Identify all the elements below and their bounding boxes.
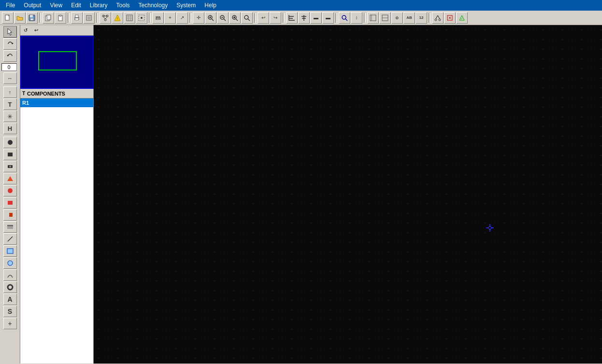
- net-tool[interactable]: ✳: [3, 111, 17, 122]
- svg-rect-52: [370, 15, 376, 21]
- svg-point-73: [8, 188, 13, 193]
- svg-rect-11: [75, 18, 78, 20]
- zoom-out-btn[interactable]: [217, 12, 229, 24]
- crosshair-btn[interactable]: +: [164, 12, 176, 24]
- symbol-tool[interactable]: S: [3, 306, 17, 317]
- svg-text:✓: ✓: [460, 17, 463, 20]
- circle-outline-tool[interactable]: [3, 257, 17, 269]
- svg-line-34: [224, 19, 226, 21]
- menu-library[interactable]: Library: [86, 1, 112, 10]
- menu-file[interactable]: File: [2, 1, 19, 10]
- svg-rect-77: [7, 226, 13, 227]
- origin-tool[interactable]: +: [3, 318, 17, 329]
- select-tool[interactable]: [3, 26, 17, 38]
- line-tool[interactable]: [3, 233, 17, 245]
- zoom-fit-btn[interactable]: [229, 12, 241, 24]
- menu-tools[interactable]: Tools: [113, 1, 134, 10]
- cut-btn[interactable]: [432, 12, 444, 24]
- open-button[interactable]: [14, 12, 26, 24]
- select-arrow-btn[interactable]: ↗: [176, 12, 188, 24]
- components-panel: T COMPONENTS R1: [20, 89, 93, 364]
- menu-output[interactable]: Output: [20, 1, 45, 10]
- partial-rect-tool[interactable]: [3, 209, 17, 221]
- canvas-area[interactable]: [94, 25, 602, 364]
- align-left-btn[interactable]: [286, 12, 298, 24]
- zoom-area-btn[interactable]: [339, 12, 350, 24]
- rotate-tool[interactable]: [3, 38, 17, 50]
- spec2-btn[interactable]: ✓: [456, 12, 468, 24]
- rotation-input[interactable]: 0: [1, 63, 17, 71]
- menu-help[interactable]: Help: [201, 1, 220, 10]
- svg-rect-3: [30, 15, 33, 17]
- component-item-r1[interactable]: R1: [20, 98, 93, 107]
- undo-btn[interactable]: ↩: [258, 12, 269, 24]
- svg-rect-22: [127, 15, 132, 21]
- toolbar-sep-10: [429, 13, 430, 23]
- rect-red-tool[interactable]: [3, 197, 17, 209]
- zoom-in-btn[interactable]: [205, 12, 216, 24]
- undo-tool[interactable]: [3, 50, 17, 62]
- align-bottom-btn[interactable]: ▬: [322, 12, 334, 24]
- zoom-prev-btn[interactable]: [241, 12, 253, 24]
- components-tab[interactable]: T: [22, 91, 25, 96]
- svg-rect-4: [30, 18, 33, 20]
- preview-undo-btn[interactable]: ↩: [31, 26, 42, 35]
- rotation-input-container: 0: [1, 62, 19, 72]
- component-tool[interactable]: [3, 161, 17, 172]
- step-up-tool[interactable]: ↑: [3, 86, 17, 98]
- bus-tool[interactable]: H: [3, 123, 17, 134]
- grid-btn[interactable]: [124, 12, 135, 24]
- svg-rect-80: [7, 249, 13, 253]
- preview-rotate-btn[interactable]: ↺: [20, 26, 31, 35]
- svg-rect-75: [9, 213, 13, 217]
- align-center-btn[interactable]: [298, 12, 310, 24]
- copy-btn[interactable]: [43, 12, 54, 24]
- align-top-btn[interactable]: ▬: [310, 12, 322, 24]
- pan2-btn[interactable]: ↕: [351, 12, 362, 24]
- save-button[interactable]: [26, 12, 38, 24]
- paste-btn[interactable]: [55, 12, 66, 24]
- lib-ab-btn[interactable]: AB: [403, 12, 415, 24]
- circle-red-tool[interactable]: [3, 185, 17, 196]
- drc-btn[interactable]: !: [112, 12, 123, 24]
- tool-sep-1: [3, 84, 17, 86]
- components-title: COMPONENTS: [27, 91, 65, 97]
- lib-open-btn[interactable]: [367, 12, 379, 24]
- netlist-btn[interactable]: [100, 12, 111, 24]
- svg-point-41: [244, 15, 248, 19]
- label-tool[interactable]: A: [3, 294, 17, 305]
- rect-outline-tool[interactable]: [3, 245, 17, 257]
- snap-btn[interactable]: [136, 12, 147, 24]
- preview-component-rect: [38, 51, 77, 70]
- donut-tool[interactable]: [3, 281, 17, 293]
- svg-rect-44: [289, 18, 293, 19]
- menu-view[interactable]: View: [46, 1, 66, 10]
- redo-btn[interactable]: ↪: [270, 12, 281, 24]
- arc-tool[interactable]: [3, 269, 17, 281]
- print-btn[interactable]: [71, 12, 83, 24]
- triangle-fill-tool[interactable]: [3, 173, 17, 184]
- toolbar-sep-2: [68, 13, 70, 23]
- spec-btn[interactable]: [444, 12, 456, 24]
- lib3-btn[interactable]: ⊕: [391, 12, 403, 24]
- svg-rect-8: [59, 15, 61, 16]
- menu-edit[interactable]: Edit: [67, 1, 85, 10]
- lib-12-btn[interactable]: 12: [416, 12, 427, 24]
- menu-system[interactable]: System: [172, 1, 200, 10]
- text-tool[interactable]: T: [3, 98, 17, 110]
- new-button[interactable]: [2, 12, 14, 24]
- circle-fill-tool[interactable]: [3, 137, 17, 148]
- mirror-h-tool[interactable]: ↔: [3, 72, 17, 84]
- svg-rect-74: [8, 201, 13, 205]
- svg-text:!: !: [117, 17, 118, 20]
- svg-line-17: [103, 17, 105, 19]
- mode-m-btn[interactable]: m: [152, 12, 164, 24]
- layers-tool[interactable]: [3, 221, 17, 233]
- toolbar-sep-6: [254, 13, 256, 23]
- pan-btn[interactable]: ✛: [193, 12, 204, 24]
- print-preview-btn[interactable]: [83, 12, 95, 24]
- lib-close-btn[interactable]: [379, 12, 391, 24]
- svg-point-82: [8, 285, 13, 290]
- rect-fill-tool[interactable]: [3, 149, 17, 160]
- menu-technology[interactable]: Technology: [135, 1, 172, 10]
